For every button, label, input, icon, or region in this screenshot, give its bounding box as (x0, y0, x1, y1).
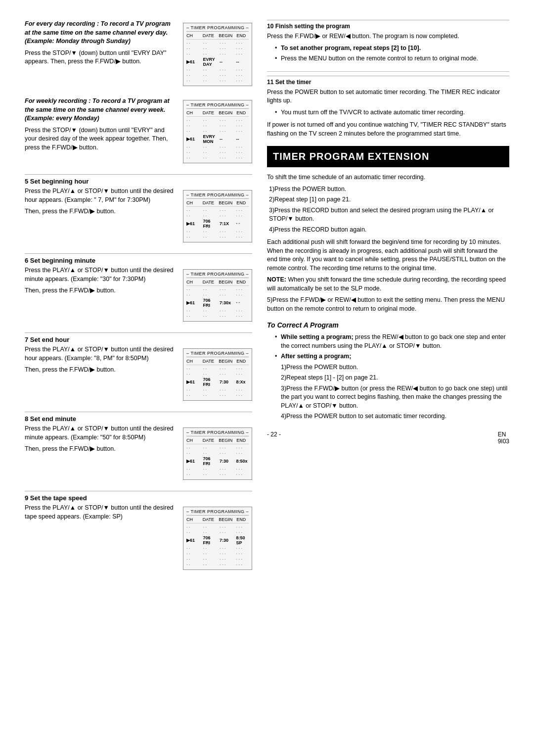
page-layout: For every day recording : To record a TV… (25, 20, 509, 581)
step10-bullet2-text: Press the MENU button on the remote cont… (275, 54, 509, 63)
after-step-1: 1)Press the POWER button. (281, 363, 509, 372)
step6-section: 6 Set beginning minute Press the PLAY/▲ … (25, 253, 252, 325)
step6-body: Press the PLAY/▲ or STOP/▼ button until … (25, 266, 177, 284)
timer-row: · ·· ·· · ·· · · (186, 155, 249, 160)
weekly-recording-section: For weekly recording : To record a TV pr… (25, 97, 252, 166)
timer-row: · ·· ·· · ·· · · (186, 208, 249, 213)
step11-header: 11 Set the timer (267, 76, 509, 86)
step9-inline-row: Press the PLAY/▲ or STOP/▼ button until … (25, 504, 252, 573)
timer-header-4: CH DATE BEGIN END (186, 280, 249, 286)
right-column: 10 Finish setting the program Press the … (267, 20, 509, 581)
timer-row: · ·· ·· · ·· · · (186, 445, 249, 450)
timer-row: · ·· ·· · ·· · · (186, 451, 249, 456)
extension-step5: 5)Press the F.FWD/▶ or REW/◀ button to e… (267, 296, 509, 313)
extension-section-title: TIMER PROGRAM EXTENSION (267, 146, 509, 167)
step7-header: 7 Set end hour (25, 332, 252, 343)
everyday-body1: Press the STOP/▼ (down) button until "EV… (25, 49, 177, 66)
timer-row: · ·· ·· · ·· · · (186, 292, 249, 297)
weekly-body1: Press the STOP/▼ (down) button until "EV… (25, 126, 177, 152)
ext-step-1: 1)Press the POWER button. (269, 185, 509, 194)
timer-row-active: ▶61706 FRI7:308:50x (186, 456, 249, 466)
while-setting-label: While setting a program; (281, 333, 354, 340)
step11-section: 11 Set the timer Press the POWER button … (267, 76, 509, 139)
timer-header-6: CH DATE BEGIN END (186, 438, 249, 444)
step8-header: 8 Set end minute (25, 412, 252, 423)
step6-header: 6 Set beginning minute (25, 253, 252, 264)
step11-bullets: You must turn off the TV/VCR to activate… (275, 108, 509, 117)
step5-text: Press the PLAY/▲ or STOP/▼ button until … (25, 187, 177, 219)
timer-row: · ·· ·· · ·· · · (186, 287, 249, 292)
timer-row: · ·· ·· · ·· · · (186, 467, 249, 472)
timer-row: · ·· ·· · ·· · · (186, 67, 249, 72)
timer-row: · ·· ·· · ·· · · (186, 73, 249, 78)
timer-title-7: – TIMER PROGRAMMING – (186, 509, 249, 516)
timer-header-5: CH DATE BEGIN END (186, 359, 249, 365)
weekly-timer-box: – TIMER PROGRAMMING – CH DATE BEGIN END … (183, 100, 252, 163)
timer-row: · ·· ·· · ·· · · (186, 129, 249, 134)
page-footer: - 22 - EN 9I03 (267, 431, 509, 445)
timer-row-active: ▶61706 FRI7:30x· · (186, 298, 249, 308)
timer-row: · ·· ·· · ·· · · (186, 393, 249, 398)
timer-header-3: CH DATE BEGIN END (186, 200, 249, 207)
timer-row: · ·· ·· · ·· · · (186, 150, 249, 155)
timer-row: · ·· ·· · ·· · · (186, 551, 249, 556)
step11-body1: Press the POWER button to set automatic … (267, 88, 509, 105)
step10-section: 10 Finish setting the program Press the … (267, 20, 509, 63)
timer-row: · ·· ·· · ·· · · (186, 213, 249, 218)
timer-row-active: ▶61706 FRI7:308:50 SP (186, 535, 249, 545)
step8-text: Press the PLAY/▲ or STOP/▼ button until … (25, 425, 177, 457)
note-body: When you shift forward the time schedule… (267, 276, 506, 292)
step9-timer-box: – TIMER PROGRAMMING – CH DATE BEGIN END … (183, 507, 252, 570)
timer-row-active: ▶61706 FRI7:308:Xx (186, 377, 249, 387)
timer-title-3: – TIMER PROGRAMMING – (186, 192, 249, 199)
ext-step-2: 2)Repeat step [1] on page 21. (269, 195, 509, 204)
step7-inline-row: Press the PLAY/▲ or STOP/▼ button until … (25, 345, 252, 404)
timer-title-2: – TIMER PROGRAMMING – (186, 102, 249, 109)
everyday-heading: For every day recording : To record a TV… (25, 20, 171, 45)
timer-header-7: CH DATE BEGIN END (186, 517, 249, 523)
timer-row: · ·· ·· · ·· · · (186, 557, 249, 562)
everyday-timer-box: – TIMER PROGRAMMING – CH DATE BEGIN END … (183, 23, 252, 86)
timer-row: · ·· ·· · ·· · · (186, 372, 249, 377)
step6-timer-box: – TIMER PROGRAMMING – CH DATE BEGIN END … (183, 269, 252, 322)
timer-title-6: – TIMER PROGRAMMING – (186, 430, 249, 436)
step10-header: 10 Finish setting the program (267, 20, 509, 30)
everyday-inline-row: For every day recording : To record a TV… (25, 20, 252, 89)
timer-row: · ·· ·· · ·· · · (186, 235, 249, 239)
step5-header: 5 Set beginning hour (25, 174, 252, 185)
timer-row: · ·· ·· · ·· · · (186, 530, 249, 535)
extension-intro: To shift the time schedule of an automat… (267, 173, 509, 182)
note-label: NOTE: (267, 276, 286, 283)
step9-text: Press the PLAY/▲ or STOP/▼ button until … (25, 504, 177, 524)
timer-row: · ·· ·· · ·· · · (186, 308, 249, 313)
step5-timer-box: – TIMER PROGRAMMING – CH DATE BEGIN END … (183, 190, 252, 242)
step6-body2: Then, press the F.FWD/▶ button. (25, 286, 177, 295)
step6-inline-row: Press the PLAY/▲ or STOP/▼ button until … (25, 266, 252, 325)
everyday-text: For every day recording : To record a TV… (25, 20, 177, 69)
correct-title: To Correct A Program (267, 321, 509, 329)
step8-inline-row: Press the PLAY/▲ or STOP/▼ button until … (25, 425, 252, 483)
step7-body2: Then, press the F.FWD/▶ button. (25, 366, 177, 375)
step9-header: 9 Set the tape speed (25, 491, 252, 502)
after-setting-item: After setting a program; 1)Press the POW… (275, 352, 509, 421)
timer-row: · ·· ·· · ·· · · (186, 118, 249, 123)
extension-note: NOTE: When you shift forward the time sc… (267, 276, 509, 293)
timer-row: · ·· ·· · ·· · · (186, 123, 249, 128)
step9-body: Press the PLAY/▲ or STOP/▼ button until … (25, 504, 177, 521)
page-number-label: - 22 - (267, 431, 281, 445)
after-setting-steps: 1)Press the POWER button. 2)Repeat steps… (281, 363, 509, 421)
timer-row-active: ▶61706 FRI7:1X· · (186, 219, 249, 229)
step8-body: Press the PLAY/▲ or STOP/▼ button until … (25, 425, 177, 442)
step8-body2: Then, press the F.FWD/▶ button. (25, 445, 177, 454)
step7-text: Press the PLAY/▲ or STOP/▼ button until … (25, 345, 177, 378)
timer-header-1: CH DATE BEGIN END (186, 33, 249, 40)
timer-row: · ·· ·· · ·· · · (186, 229, 249, 234)
after-setting-label: After setting a program; (281, 353, 351, 360)
timer-row: · ·· ·· · ·· · · (186, 472, 249, 477)
step7-timer-box: – TIMER PROGRAMMING – CH DATE BEGIN END … (183, 348, 252, 401)
timer-title-1: – TIMER PROGRAMMING – (186, 25, 249, 32)
timer-row: · ·· ·· · ·· · · (186, 387, 249, 392)
step10-bullet1-text: To set another program, repeat steps [2]… (281, 45, 421, 51)
extension-body1: Each additional push will shift forward … (267, 238, 509, 273)
step10-body1: Press the F.FWD/▶ or REW/◀ button. The p… (267, 32, 509, 41)
